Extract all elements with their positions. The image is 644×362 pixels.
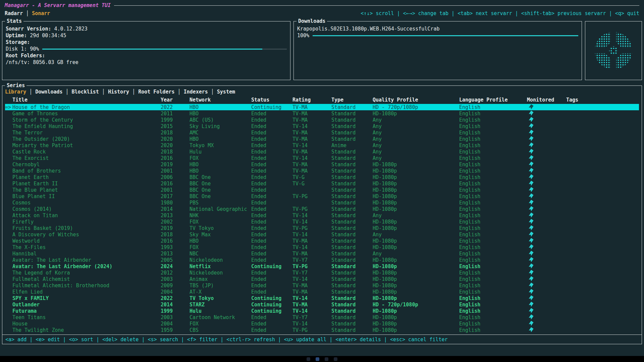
taskbar-icon[interactable] xyxy=(334,357,337,361)
series-row[interactable]: Moriarty the Patriot2020Tokyo MXEndedTV-… xyxy=(5,142,639,148)
cell-monitored xyxy=(527,111,566,117)
series-row[interactable]: Avatar: The Last Airbender (2024)2024Net… xyxy=(5,263,639,269)
cell-status: Ended xyxy=(251,155,292,161)
cell-language: English xyxy=(459,225,527,231)
cell-language: English xyxy=(459,193,527,199)
download-progress-bar-fill xyxy=(313,35,578,36)
column-header-quality-profile: Quality Profile xyxy=(373,97,459,103)
series-row[interactable]: Westworld2016HBOEndedTV-MAStandardHD-108… xyxy=(5,238,639,244)
series-row[interactable]: Chernobyl2019HBOEndedTV-MAStandardHD-108… xyxy=(5,161,639,168)
series-tab-history[interactable]: History xyxy=(108,89,129,95)
cell-language: English xyxy=(459,295,527,301)
taskbar-icon[interactable] xyxy=(325,357,328,361)
series-tab-downloads[interactable]: Downloads xyxy=(35,89,62,95)
cell-quality: HD-1080p xyxy=(373,193,459,199)
cell-type: Standard xyxy=(331,136,373,142)
series-row[interactable]: The Blue Planet2001BBC OneEndedStandardH… xyxy=(5,187,639,193)
cell-status: Ended xyxy=(251,270,292,276)
monitored-bookmark-icon xyxy=(529,213,534,218)
series-row[interactable]: Avatar: The Last Airbender2005Nickelodeo… xyxy=(5,257,639,263)
series-row[interactable]: Outlander2014STARZContinuingTV-MAStandar… xyxy=(5,301,639,308)
series-panel-title: Series xyxy=(5,83,26,88)
cell-year: 2019 xyxy=(161,162,190,168)
tab-separator: │ xyxy=(102,89,105,95)
series-row[interactable]: Firefly2002FOXEndedTV-14StandardHD-1080p… xyxy=(5,219,639,225)
series-row[interactable]: House2004FOXEndedTV-14StandardHD-1080pEn… xyxy=(5,320,639,327)
series-row[interactable]: The Terror2018AMCEndedTV-MAStandardAnyEn… xyxy=(5,129,639,136)
series-row[interactable]: The Legend of Korra2012NickelodeonEndedT… xyxy=(5,269,639,276)
cell-monitored xyxy=(527,289,566,295)
series-tab-library[interactable]: Library xyxy=(5,89,26,95)
series-row[interactable]: The X-Files1993FOXEndedTV-14StandardHD-1… xyxy=(5,244,639,250)
cell-monitored xyxy=(527,213,566,219)
cell-status: Ended xyxy=(251,257,292,263)
series-row[interactable]: Planet Earth2006BBC OneEndedTV-GStandard… xyxy=(5,174,639,180)
series-row[interactable]: Band of Brothers2001HBOEndedTV-MAStandar… xyxy=(5,168,639,174)
series-row[interactable]: Game of Thrones2011HBOEndedTV-MAStandard… xyxy=(5,110,639,117)
monitored-bookmark-icon xyxy=(529,238,534,243)
version-label: Sonarr Version: xyxy=(6,26,51,32)
series-row[interactable]: The Exorcist2016FOXEndedTV-14StandardAny… xyxy=(5,155,639,161)
series-row[interactable]: Storm of the Century1999ABC (US)EndedTV-… xyxy=(5,117,639,123)
keybind-hints-top: <↑↓> scroll | <←→> change tab | <tab> ne… xyxy=(361,10,639,16)
cell-monitored xyxy=(527,181,566,187)
cell-network: FOX xyxy=(190,219,251,225)
series-row[interactable]: Attack on Titan2013NHKEndedTV-14Standard… xyxy=(5,212,639,219)
download-progress-bar xyxy=(313,35,578,36)
cell-title: Cosmos (2014) xyxy=(12,206,161,212)
series-row[interactable]: Cosmos (2014)2014National GeographicEnde… xyxy=(5,206,639,212)
series-row[interactable]: The Twilight Zone1959CBSEndedTV-PGStanda… xyxy=(5,327,639,333)
servarr-tabs: Radarr│Sonarr xyxy=(5,10,50,16)
managarr-logo-icon xyxy=(591,28,636,73)
cell-quality: HD-1080p xyxy=(373,174,459,180)
series-row[interactable]: Fruits Basket (2019)2019TV TokyoEndedTV-… xyxy=(5,225,639,231)
cell-language: English xyxy=(459,232,527,238)
monitored-bookmark-icon xyxy=(529,181,534,186)
cell-network: Hulu xyxy=(190,308,251,314)
cell-monitored xyxy=(527,123,566,129)
cell-monitored xyxy=(527,263,566,269)
cell-type: Standard xyxy=(331,283,373,289)
series-row[interactable]: Castle Rock2018HuluEndedTV-MAStandardAny… xyxy=(5,148,639,155)
series-tab-blocklist[interactable]: Blocklist xyxy=(72,89,99,95)
cell-monitored xyxy=(527,276,566,282)
series-row[interactable]: The Outsider (2020)2020HBOEndedTV-MAStan… xyxy=(5,136,639,142)
series-tab-system[interactable]: System xyxy=(217,89,235,95)
taskbar-icon[interactable] xyxy=(316,357,319,361)
series-row[interactable]: Elfen Lied2004AT-XEndedTV-MAStandardHD-1… xyxy=(5,289,639,295)
series-row[interactable]: SPY x FAMILY2022TV TokyoContinuingTV-14S… xyxy=(5,295,639,301)
cell-network: Nickelodeon xyxy=(190,270,251,276)
series-row[interactable]: Planet Earth II2016BBC OneEndedTV-GStand… xyxy=(5,180,639,187)
cell-network: NHK xyxy=(190,213,251,219)
series-row[interactable]: Teen Titans2003Cartoon NetworkEndedTV-Y7… xyxy=(5,314,639,320)
series-row[interactable]: A Discovery of Witches2018Sky MaxEndedTV… xyxy=(5,231,639,238)
series-row[interactable]: =>House of the Dragon2022HBOContinuingTV… xyxy=(5,104,639,110)
cell-status: Ended xyxy=(251,206,292,212)
series-row[interactable]: Blue Planet II2017BBC OneEndedTV-PGStand… xyxy=(5,193,639,199)
uptime-value: 29d 00:34:45 xyxy=(30,33,66,39)
series-row[interactable]: Hannibal2013NBCEndedTV-MAStandardAnyEngl… xyxy=(5,250,639,257)
cell-type: Standard xyxy=(331,149,373,155)
series-row[interactable]: Cosmos1980PBSEndedStandardHD-1080pEnglis… xyxy=(5,199,639,206)
servarr-tab-sonarr[interactable]: Sonarr xyxy=(32,10,50,16)
cell-rating: TV-14 xyxy=(292,295,331,301)
cell-quality: HD-1080p xyxy=(373,238,459,244)
taskbar-icon[interactable] xyxy=(307,357,310,361)
series-tab-root-folders[interactable]: Root Folders xyxy=(138,89,174,95)
monitored-bookmark-icon xyxy=(529,117,534,122)
cell-monitored xyxy=(527,136,566,142)
series-tab-indexers[interactable]: Indexers xyxy=(184,89,208,95)
cell-monitored xyxy=(527,193,566,199)
cell-year: 2022 xyxy=(161,295,190,301)
series-row[interactable]: Fullmetal Alchemist: Brotherhood2009TBS … xyxy=(5,282,639,289)
series-row[interactable]: Futurama1999HuluContinuingTV-14StandardH… xyxy=(5,308,639,314)
monitored-bookmark-icon xyxy=(529,142,534,147)
cell-network: Tokyo MX xyxy=(190,142,251,148)
cell-status: Ended xyxy=(251,238,292,244)
series-row[interactable]: Fullmetal Alchemist2003AnimaxEndedTV-14S… xyxy=(5,276,639,282)
column-header-title: Title xyxy=(12,97,161,103)
servarr-tab-radarr[interactable]: Radarr xyxy=(5,10,23,16)
series-row[interactable]: The Enfield Haunting2015Sky LivingEndedT… xyxy=(5,123,639,129)
cell-quality: HD-1080p xyxy=(373,206,459,212)
title-line: Managarr - A Servarr management TUI xyxy=(2,2,642,9)
